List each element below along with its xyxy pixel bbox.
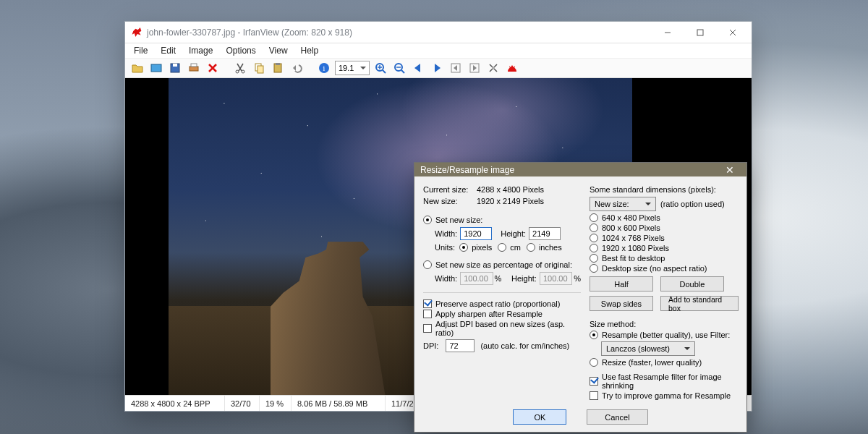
copy-icon[interactable] [251, 60, 267, 76]
swap-sides-button[interactable]: Swap sides [590, 296, 653, 311]
std-1920-radio[interactable]: 1920 x 1080 Pixels [590, 244, 739, 252]
window-title: john-fowler-330787.jpg - IrfanView (Zoom… [147, 27, 651, 38]
menu-options[interactable]: Options [220, 45, 261, 56]
settings-icon[interactable] [485, 60, 501, 76]
ratio-hint: (ratio option used) [660, 200, 725, 208]
minimize-button[interactable] [651, 22, 684, 43]
preserve-aspect-check[interactable]: Preserve aspect ratio (proportional) [423, 299, 581, 308]
svg-rect-7 [190, 67, 198, 71]
resize-dialog: Resize/Resample image ✕ Current size:428… [414, 162, 747, 433]
menubar: File Edit Image Options View Help [125, 43, 752, 58]
current-size-value: 4288 x 4800 Pixels [477, 185, 544, 194]
next-icon[interactable] [429, 60, 445, 76]
size-method-label: Size method: [590, 320, 636, 328]
std-1024-radio[interactable]: 1024 x 768 Pixels [590, 234, 739, 242]
status-dimensions: 4288 x 4800 x 24 BPP [125, 396, 225, 411]
svg-line-22 [401, 70, 404, 73]
std-dimensions-label: Some standard dimensions (pixels): [590, 185, 716, 194]
sharpen-check[interactable]: Apply sharpen after Resample [423, 310, 581, 318]
info-icon[interactable]: i [316, 60, 332, 76]
menu-edit[interactable]: Edit [155, 45, 182, 56]
std-800-radio[interactable]: 800 x 600 Pixels [590, 224, 739, 232]
status-zoom: 19 % [260, 396, 292, 411]
cancel-button[interactable]: Cancel [587, 409, 647, 425]
menu-view[interactable]: View [263, 45, 294, 56]
dialog-titlebar[interactable]: Resize/Resample image ✕ [414, 163, 746, 176]
svg-point-10 [242, 70, 244, 73]
std-bestfit-radio[interactable]: Best fit to desktop [590, 254, 739, 263]
width-input[interactable]: 1920 [460, 227, 492, 240]
toolbar: i 19.1 [125, 58, 752, 78]
prev-icon[interactable] [410, 60, 426, 76]
set-percentage-radio[interactable]: Set new size as percentage of original: [423, 260, 581, 269]
cut-icon[interactable] [232, 60, 248, 76]
resample-radio[interactable]: Resample (better quality), use Filter: [590, 331, 739, 339]
zoom-out-icon[interactable] [391, 60, 407, 76]
zoom-in-icon[interactable] [373, 60, 388, 76]
height-label: Height: [501, 229, 526, 238]
dialog-title: Resize/Resample image [420, 165, 719, 175]
zoom-select[interactable]: 19.1 [335, 61, 370, 75]
adjust-dpi-check[interactable]: Adjust DPI based on new sizes (asp. rati… [423, 320, 581, 337]
menu-help[interactable]: Help [295, 45, 325, 56]
status-page: 32/70 [225, 396, 260, 411]
svg-point-26 [492, 67, 495, 69]
menu-file[interactable]: File [128, 45, 153, 56]
double-button[interactable]: Double [660, 276, 724, 292]
print-icon[interactable] [186, 60, 202, 76]
menu-image[interactable]: Image [183, 45, 218, 56]
delete-icon[interactable] [205, 60, 221, 76]
titlebar[interactable]: john-fowler-330787.jpg - IrfanView (Zoom… [125, 22, 752, 43]
open-icon[interactable] [129, 60, 145, 76]
thumbnails-icon[interactable] [148, 60, 164, 76]
dialog-close-button[interactable]: ✕ [719, 164, 741, 176]
irfanview-cat-icon[interactable] [504, 60, 520, 76]
close-button[interactable] [716, 22, 749, 43]
pct-height-input[interactable]: 100.00 [540, 272, 572, 285]
maximize-button[interactable] [684, 22, 716, 43]
set-new-size-radio[interactable]: Set new size: [423, 216, 581, 224]
svg-rect-1 [697, 30, 703, 35]
filter-select[interactable]: Lanczos (slowest) [601, 341, 695, 356]
svg-rect-14 [276, 63, 280, 65]
half-button[interactable]: Half [590, 276, 653, 292]
resize-radio[interactable]: Resize (faster, lower quality) [590, 358, 739, 367]
svg-rect-12 [258, 66, 263, 73]
dpi-hint: (auto calc. for cm/inches) [480, 341, 569, 350]
status-memory: 8.06 MB / 58.89 MB [292, 396, 386, 411]
dpi-input[interactable]: 72 [446, 339, 475, 352]
improve-gamma-check[interactable]: Try to improve gamma for Resample [590, 391, 739, 400]
svg-point-9 [236, 70, 239, 73]
width-label: Width: [435, 229, 457, 238]
current-size-label: Current size: [423, 185, 477, 194]
pct-width-input[interactable]: 100.00 [460, 272, 493, 285]
svg-text:i: i [323, 64, 326, 72]
save-icon[interactable] [167, 60, 183, 76]
ok-button[interactable]: OK [513, 409, 566, 425]
svg-rect-8 [191, 64, 197, 67]
new-size-label: New size: [423, 197, 477, 205]
dpi-label: DPI: [423, 341, 438, 350]
std-desktop-radio[interactable]: Desktop size (no aspect ratio) [590, 264, 739, 273]
new-size-value: 1920 x 2149 Pixels [477, 197, 544, 205]
svg-rect-4 [151, 64, 161, 72]
svg-rect-6 [173, 64, 177, 67]
first-icon[interactable] [448, 60, 464, 76]
last-icon[interactable] [467, 60, 482, 76]
undo-icon[interactable] [289, 60, 305, 76]
units-pixels-radio[interactable] [459, 243, 468, 252]
add-std-button[interactable]: Add to standard box [660, 296, 739, 311]
svg-line-18 [383, 70, 386, 73]
units-label: Units: [435, 243, 455, 252]
height-input[interactable]: 2149 [529, 227, 561, 240]
std-newsize-select[interactable]: New size: [590, 197, 656, 211]
units-cm-radio[interactable] [498, 243, 506, 252]
irfanview-icon [131, 27, 142, 38]
fast-filter-check[interactable]: Use fast Resample filter for image shrin… [590, 373, 739, 390]
units-inches-radio[interactable] [527, 243, 535, 252]
std-640-radio[interactable]: 640 x 480 Pixels [590, 213, 739, 222]
paste-icon[interactable] [270, 60, 286, 76]
